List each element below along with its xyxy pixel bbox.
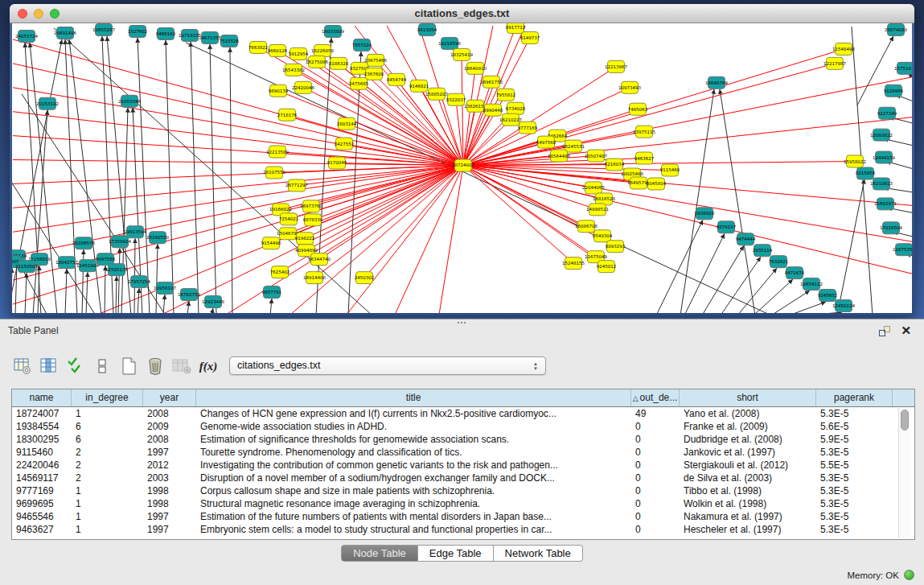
- cell-in_degree[interactable]: 1: [72, 484, 143, 497]
- table-settings-icon[interactable]: [11, 355, 34, 377]
- column-header-title[interactable]: title: [196, 389, 631, 406]
- cell-title[interactable]: Estimation of the future numbers of pati…: [196, 510, 631, 523]
- cell-title[interactable]: Structural magnetic resonance image aver…: [196, 497, 631, 510]
- cell-short[interactable]: Yano et al. (2008): [680, 407, 816, 420]
- cell-out_de[interactable]: 0: [631, 484, 680, 497]
- edge[interactable]: [86, 272, 88, 313]
- cell-year[interactable]: 2008: [143, 433, 196, 446]
- cell-name[interactable]: 9699695: [12, 497, 72, 510]
- cell-in_degree[interactable]: 2: [72, 459, 143, 472]
- edge[interactable]: [211, 308, 213, 313]
- cell-name[interactable]: 9465546: [12, 510, 72, 523]
- cell-short[interactable]: Hescheler et al. (1997): [680, 523, 816, 536]
- cell-pagerank[interactable]: 5.5E-5: [816, 459, 893, 472]
- scrollbar-thumb[interactable]: [901, 410, 909, 431]
- cell-in_degree[interactable]: 6: [72, 420, 143, 433]
- tab-edge-table[interactable]: Edge Table: [418, 545, 494, 562]
- table-row[interactable]: 946362711997Embryonic stem cells: a mode…: [12, 523, 914, 536]
- cell-year[interactable]: 1997: [143, 446, 196, 459]
- cell-year[interactable]: 1997: [143, 510, 196, 523]
- cell-title[interactable]: Investigating the contribution of common…: [196, 459, 631, 472]
- cell-out_de[interactable]: 0: [631, 497, 680, 510]
- show-columns-icon[interactable]: [38, 355, 60, 377]
- cell-in_degree[interactable]: 1: [72, 510, 143, 523]
- cell-short[interactable]: Stergiakouli et al. (2012): [680, 459, 816, 472]
- cell-title[interactable]: Embryonic stem cells: a model to study s…: [196, 523, 631, 536]
- cell-title[interactable]: Disruption of a novel member of a sodium…: [196, 472, 631, 484]
- table-row[interactable]: 911546021997Tourette syndrome. Phenomeno…: [12, 446, 914, 459]
- tab-node-table[interactable]: Node Table: [341, 545, 418, 562]
- column-header-name[interactable]: name: [12, 389, 72, 406]
- cell-year[interactable]: 1997: [143, 523, 196, 536]
- edge[interactable]: [721, 257, 761, 313]
- column-header-out_de[interactable]: △out_de...: [631, 389, 680, 406]
- cell-in_degree[interactable]: 6: [72, 433, 143, 446]
- cell-name[interactable]: 19384554: [12, 420, 72, 433]
- table-row[interactable]: 946554611997Estimation of the future num…: [12, 510, 914, 523]
- table-row[interactable]: 977716911998Corpus callosum shape and si…: [12, 484, 914, 497]
- selected-edge[interactable]: [463, 26, 525, 166]
- selected-edge[interactable]: [463, 82, 491, 166]
- cell-name[interactable]: 18724007: [12, 407, 72, 420]
- table-row[interactable]: 2242004622012Investigating the contribut…: [12, 459, 914, 472]
- cell-pagerank[interactable]: 5.3E-5: [816, 497, 893, 510]
- cell-out_de[interactable]: 0: [631, 510, 680, 523]
- edge[interactable]: [754, 279, 793, 313]
- cell-pagerank[interactable]: 5.3E-5: [816, 510, 893, 523]
- cell-out_de[interactable]: 0: [631, 420, 680, 433]
- cell-short[interactable]: Dudbridge et al. (2008): [680, 433, 816, 446]
- cell-in_degree[interactable]: 1: [72, 523, 143, 536]
- edge[interactable]: [65, 269, 67, 313]
- cell-year[interactable]: 2008: [143, 407, 196, 420]
- cell-name[interactable]: 14569117: [12, 472, 72, 484]
- tab-network-table[interactable]: Network Table: [494, 545, 583, 562]
- selected-edge[interactable]: [347, 166, 463, 313]
- table-row[interactable]: 1872400712008Changes of HCN gene express…: [12, 407, 914, 420]
- cell-out_de[interactable]: 0: [631, 433, 680, 446]
- cell-year[interactable]: 2003: [143, 472, 196, 484]
- edge[interactable]: [680, 89, 714, 313]
- selected-edge[interactable]: [463, 166, 573, 264]
- edge[interactable]: [270, 299, 272, 313]
- cell-title[interactable]: Genome-wide association studies in ADHD.: [196, 420, 631, 433]
- cell-pagerank[interactable]: 5.6E-5: [816, 420, 893, 433]
- cell-out_de[interactable]: 49: [631, 407, 680, 420]
- cell-name[interactable]: 18300295: [12, 433, 72, 446]
- row-height-icon[interactable]: [91, 355, 113, 377]
- edge[interactable]: [702, 245, 744, 313]
- close-panel-icon[interactable]: ✕: [901, 323, 911, 338]
- float-panel-icon[interactable]: [879, 326, 890, 336]
- cell-year[interactable]: 2012: [143, 459, 196, 472]
- table-row[interactable]: 1938455462009Genome-wide association stu…: [12, 420, 914, 433]
- edge[interactable]: [166, 40, 174, 313]
- edge[interactable]: [720, 89, 755, 313]
- select-rows-icon[interactable]: [64, 355, 87, 377]
- window-titlebar[interactable]: citations_edges.txt: [10, 4, 914, 23]
- cell-in_degree[interactable]: 2: [72, 446, 143, 459]
- network-canvas[interactable]: 2405572420691406106552871527602846616010…: [12, 23, 912, 313]
- edge[interactable]: [210, 44, 216, 313]
- cell-short[interactable]: de Silva et al. (2003): [680, 472, 816, 484]
- table-row[interactable]: 969969511998Structural magnetic resonanc…: [12, 497, 914, 510]
- edge[interactable]: [25, 273, 27, 313]
- cell-title[interactable]: Corpus callosum shape and size in male p…: [196, 484, 631, 497]
- cell-short[interactable]: Nakamura et al. (1997): [680, 510, 816, 523]
- cell-pagerank[interactable]: 5.3E-5: [816, 446, 893, 459]
- cell-short[interactable]: Jankovic et al. (1997): [680, 446, 816, 459]
- edge[interactable]: [656, 220, 703, 313]
- new-table-icon[interactable]: [117, 355, 140, 377]
- table-vertical-scrollbar[interactable]: [898, 408, 910, 538]
- cell-pagerank[interactable]: 5.3E-5: [816, 472, 893, 484]
- cell-short[interactable]: Wolkin et al. (1998): [680, 497, 816, 510]
- edge[interactable]: [138, 288, 139, 313]
- edge[interactable]: [191, 42, 199, 313]
- selected-edge[interactable]: [313, 166, 463, 220]
- cell-year[interactable]: 1998: [143, 497, 196, 510]
- cell-in_degree[interactable]: 2: [72, 472, 143, 484]
- memory-status-icon[interactable]: [904, 570, 914, 580]
- edge[interactable]: [163, 295, 165, 313]
- cell-year[interactable]: 2009: [143, 420, 196, 433]
- citation-network-graph[interactable]: 2405572420691406106552871527602846616010…: [12, 23, 912, 313]
- column-header-year[interactable]: year: [143, 389, 196, 406]
- cell-short[interactable]: Franke et al. (2009): [680, 420, 816, 433]
